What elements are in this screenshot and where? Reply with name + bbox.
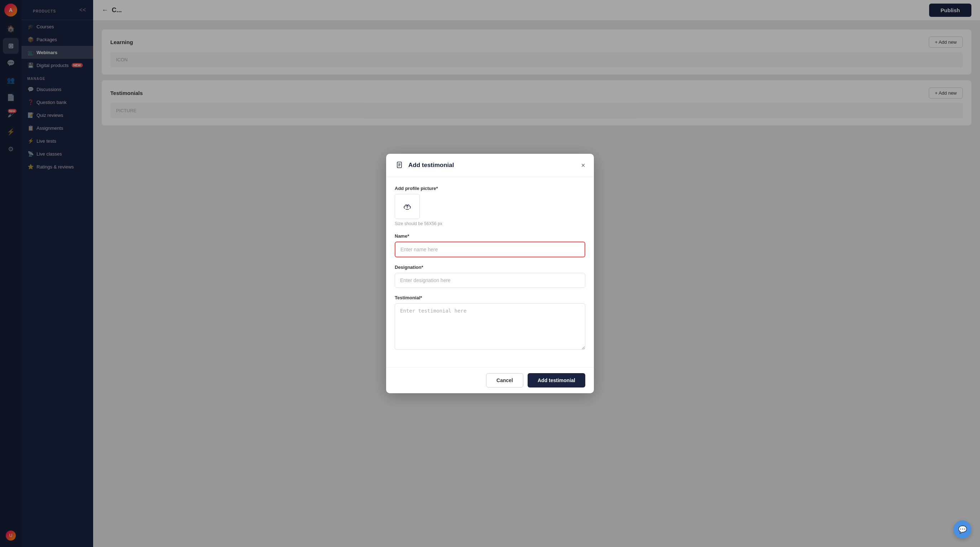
modal-doc-icon	[395, 160, 405, 170]
designation-input[interactable]	[395, 273, 585, 288]
cancel-button[interactable]: Cancel	[486, 373, 523, 388]
profile-picture-label: Add profile picture*	[395, 186, 585, 191]
designation-group: Designation*	[395, 265, 585, 288]
name-label: Name*	[395, 233, 585, 239]
upload-box[interactable]	[395, 194, 420, 219]
main-area: ← C... Publish Learning + Add new ICON T…	[93, 0, 980, 547]
chat-widget-icon: 💬	[958, 525, 967, 534]
modal-close-button[interactable]: ×	[581, 161, 585, 169]
modal-header: Add testimonial ×	[386, 154, 594, 177]
size-hint: Size should be 56X56 px	[395, 221, 585, 226]
testimonial-label: Testimonial*	[395, 295, 585, 300]
modal-footer: Cancel Add testimonial	[386, 367, 594, 393]
add-testimonial-button[interactable]: Add testimonial	[528, 373, 585, 388]
name-input[interactable]	[395, 242, 585, 257]
name-group: Name*	[395, 233, 585, 257]
testimonial-textarea[interactable]	[395, 303, 585, 350]
modal-body: Add profile picture* Size should be 56X5…	[386, 177, 594, 367]
modal-overlay[interactable]: Add testimonial × Add profile picture*	[0, 0, 980, 547]
modal-title-text: Add testimonial	[408, 162, 454, 169]
profile-picture-group: Add profile picture* Size should be 56X5…	[395, 186, 585, 226]
modal-title-container: Add testimonial	[395, 160, 454, 170]
chat-widget[interactable]: 💬	[953, 520, 971, 538]
add-testimonial-modal: Add testimonial × Add profile picture*	[386, 154, 594, 393]
designation-label: Designation*	[395, 265, 585, 270]
testimonial-group: Testimonial*	[395, 295, 585, 351]
